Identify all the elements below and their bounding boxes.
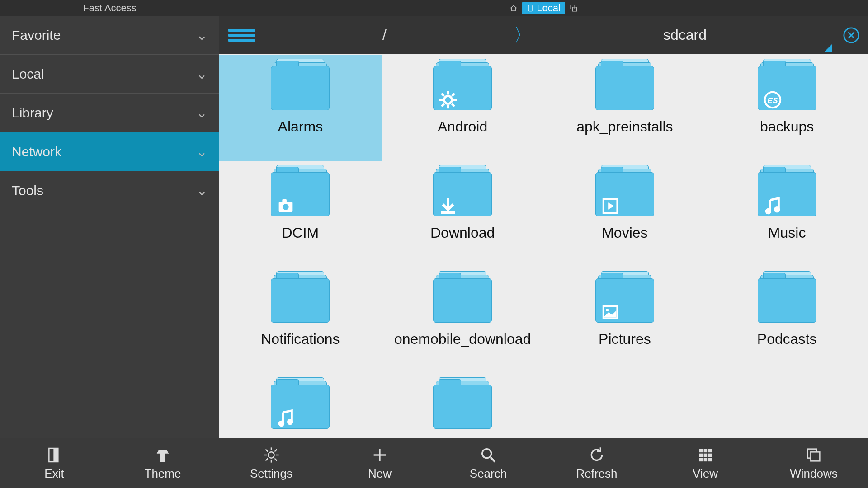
chevron-down-icon: ⌄: [196, 27, 208, 43]
local-chip[interactable]: Local: [522, 2, 565, 14]
app-root: Fast Access Local Favorite⌄Local⌄Library…: [0, 0, 868, 488]
svg-line-41: [275, 458, 277, 460]
breadcrumb-current[interactable]: sdcard: [527, 27, 843, 43]
svg-point-19: [283, 204, 289, 210]
svg-point-46: [482, 449, 491, 458]
folder-pictures[interactable]: Pictures: [544, 267, 706, 374]
theme-button[interactable]: Theme: [108, 438, 217, 488]
folder-movies[interactable]: Movies: [544, 161, 706, 267]
folder-label: DCIM: [282, 225, 319, 241]
svg-text:ES: ES: [767, 96, 778, 105]
folder-label: apk_preinstalls: [576, 118, 673, 135]
folder-icon: [595, 273, 654, 327]
svg-line-47: [491, 457, 495, 462]
svg-point-25: [774, 206, 780, 212]
svg-rect-58: [811, 452, 820, 461]
folder-label: Android: [438, 118, 487, 135]
dropdown-indicator-icon[interactable]: [825, 44, 832, 52]
folder-apk_preinstalls[interactable]: apk_preinstalls: [544, 55, 706, 161]
svg-line-14: [442, 104, 444, 107]
svg-point-30: [287, 419, 293, 425]
location-indicator: Local: [219, 2, 868, 14]
windows-button[interactable]: Windows: [760, 438, 868, 488]
refresh-icon: [588, 446, 606, 464]
svg-point-35: [268, 452, 274, 458]
svg-line-12: [452, 104, 455, 107]
bottom-button-label: Refresh: [576, 467, 617, 481]
folder-icon: [758, 167, 816, 221]
folder-backups[interactable]: ESbackups: [706, 55, 868, 161]
folder-notifications[interactable]: Notifications: [219, 267, 382, 374]
sidebar-item-label: Favorite: [12, 28, 61, 43]
file-grid-container[interactable]: AlarmsAndroidapk_preinstallsESbackupsDCI…: [219, 54, 868, 438]
search-icon: [479, 446, 497, 464]
sidebar-item-tools[interactable]: Tools⌄: [0, 171, 219, 210]
folder-icon: [595, 61, 654, 115]
svg-rect-52: [704, 453, 708, 457]
folder-onemobile_download[interactable]: onemobile_download: [382, 267, 544, 374]
search-button[interactable]: Search: [434, 438, 542, 488]
gear-icon: [438, 89, 458, 110]
local-chip-label: Local: [537, 2, 561, 14]
picture-icon: [600, 302, 621, 323]
file-grid: AlarmsAndroidapk_preinstallsESbackupsDCI…: [219, 55, 868, 438]
svg-rect-0: [528, 5, 532, 11]
folder-icon: ES: [758, 61, 816, 115]
sidebar-item-library[interactable]: Library⌄: [0, 94, 219, 132]
device-icon[interactable]: [570, 4, 578, 12]
home-icon[interactable]: [509, 4, 518, 12]
folder-label: Alarms: [278, 118, 323, 135]
chevron-down-icon: ⌄: [196, 183, 208, 198]
fast-access-title: Fast Access: [0, 2, 219, 14]
top-status-bar: Fast Access Local: [0, 0, 868, 16]
folder-icon: [271, 273, 330, 327]
folder-label: backups: [760, 118, 814, 135]
svg-rect-33: [49, 448, 53, 462]
svg-rect-53: [708, 453, 712, 457]
sidebar: Favorite⌄Local⌄Library⌄Network⌄Tools⌄: [0, 16, 219, 438]
svg-line-42: [275, 449, 277, 451]
folder-label: Pictures: [599, 331, 651, 347]
bottom-button-label: Theme: [145, 467, 181, 481]
folder-icon: [595, 167, 654, 221]
play-icon: [600, 196, 621, 216]
folder-storage[interactable]: storage: [382, 374, 544, 438]
settings-button[interactable]: Settings: [217, 438, 326, 488]
refresh-button[interactable]: Refresh: [542, 438, 651, 488]
folder-android[interactable]: Android: [382, 55, 544, 161]
bottom-button-label: Search: [470, 467, 507, 481]
new-button[interactable]: New: [326, 438, 434, 488]
sidebar-item-label: Library: [12, 105, 53, 121]
sidebar-item-favorite[interactable]: Favorite⌄: [0, 16, 219, 55]
view-button[interactable]: View: [651, 438, 760, 488]
folder-icon: [271, 379, 330, 433]
folder-music[interactable]: Music: [706, 161, 868, 267]
folder-alarms[interactable]: Alarms: [219, 55, 382, 161]
sidebar-item-local[interactable]: Local⌄: [0, 55, 219, 94]
music-icon: [762, 196, 783, 216]
folder-ringtones[interactable]: Ringtones: [219, 374, 382, 438]
folder-dcim[interactable]: DCIM: [219, 161, 382, 267]
svg-line-43: [266, 458, 268, 460]
chevron-down-icon: ⌄: [196, 144, 208, 160]
breadcrumb-root[interactable]: /: [255, 27, 514, 43]
folder-icon: [271, 167, 330, 221]
sidebar-item-label: Tools: [12, 183, 43, 198]
folder-download[interactable]: Download: [382, 161, 544, 267]
chevron-down-icon: ⌄: [196, 105, 208, 121]
main-panel: / 〉 sdcard AlarmsAndroidapk_preinstallsE…: [219, 16, 868, 438]
folder-label: onemobile_download: [394, 331, 531, 347]
bottom-button-label: Exit: [44, 467, 64, 481]
close-tab-button[interactable]: [843, 27, 860, 44]
folder-podcasts[interactable]: Podcasts: [706, 267, 868, 374]
folder-label: Movies: [602, 225, 647, 241]
exit-button[interactable]: Exit: [0, 438, 108, 488]
sidebar-item-network[interactable]: Network⌄: [0, 132, 219, 171]
svg-rect-48: [699, 449, 703, 452]
menu-icon[interactable]: [228, 27, 255, 44]
folder-icon: [433, 167, 492, 221]
folder-label: Notifications: [261, 331, 340, 347]
svg-rect-49: [704, 449, 708, 452]
svg-rect-51: [699, 453, 703, 457]
folder-icon: [433, 61, 492, 115]
